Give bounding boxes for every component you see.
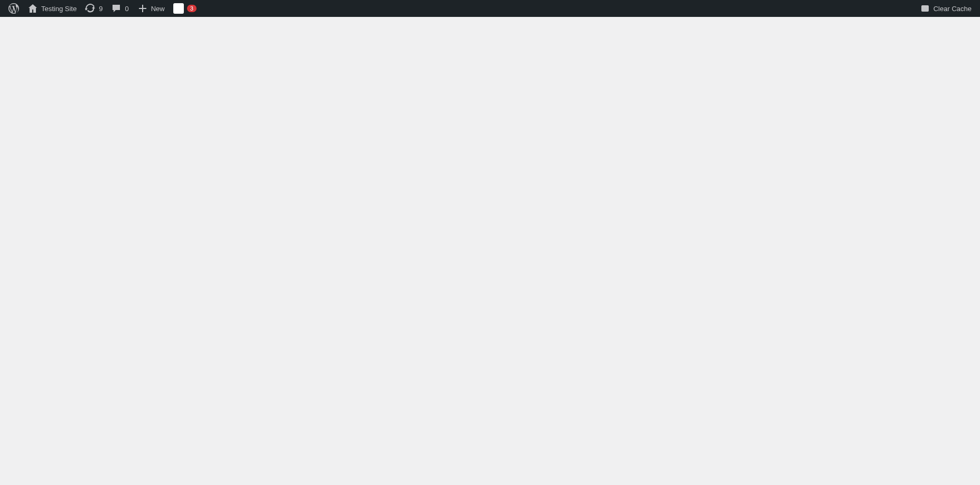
updates-link[interactable]: 9	[81, 0, 107, 17]
cache-icon	[920, 3, 930, 14]
yoast-icon	[173, 3, 184, 14]
plus-icon	[137, 3, 148, 14]
updates-count: 9	[99, 5, 102, 13]
svg-rect-0	[921, 5, 929, 12]
home-icon	[27, 3, 38, 14]
clear-cache-link[interactable]: Clear Cache	[916, 0, 976, 17]
comments-link[interactable]: 0	[107, 0, 133, 17]
clear-cache-label: Clear Cache	[934, 5, 972, 13]
wordpress-icon	[8, 3, 19, 14]
site-name: Testing Site	[41, 5, 77, 13]
comment-icon	[111, 3, 122, 14]
new-label: New	[151, 5, 165, 13]
admin-bar-right: Clear Cache	[916, 0, 976, 17]
wp-admin-bar: Testing Site 9 0 New 3 Clear Cache	[0, 0, 980, 17]
new-link[interactable]: New	[133, 0, 169, 17]
comments-count: 0	[125, 5, 128, 13]
update-icon	[85, 3, 96, 14]
yoast-badge: 3	[187, 5, 197, 12]
yoast-link[interactable]: 3	[169, 0, 201, 17]
site-home-link[interactable]: Testing Site	[23, 0, 81, 17]
wp-logo[interactable]	[4, 0, 23, 17]
admin-bar-left: Testing Site 9 0 New 3	[4, 0, 201, 17]
